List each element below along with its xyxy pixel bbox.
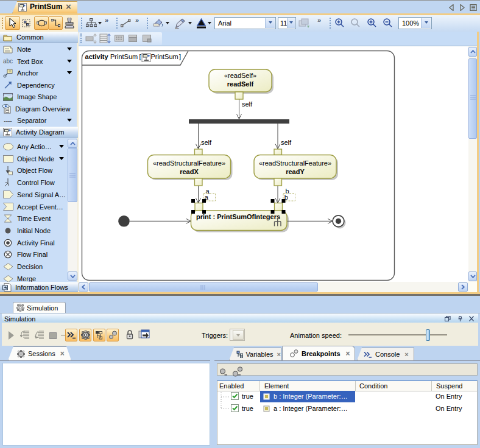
svg-text:]: ] (179, 53, 181, 60)
svg-text:self: self (281, 139, 292, 146)
svg-text:readX: readX (180, 168, 199, 175)
svg-text:«readSelf»: «readSelf» (224, 72, 256, 79)
svg-text:«readStructuralFeature»: «readStructuralFeature» (259, 159, 331, 167)
svg-text:print : PrintSumOfIntegers: print : PrintSumOfIntegers (196, 213, 280, 220)
svg-text:self: self (201, 139, 212, 146)
svg-text:[: [ (139, 53, 141, 60)
svg-text:PrintSum: PrintSum (151, 53, 178, 60)
svg-text:self: self (242, 100, 253, 108)
svg-text:readY: readY (286, 168, 305, 175)
svg-text:readSelf: readSelf (227, 80, 254, 88)
svg-text:«readStructuralFeature»: «readStructuralFeature» (153, 159, 225, 167)
svg-text:activity: activity (85, 53, 109, 60)
svg-text:PrintSum: PrintSum (110, 53, 138, 60)
